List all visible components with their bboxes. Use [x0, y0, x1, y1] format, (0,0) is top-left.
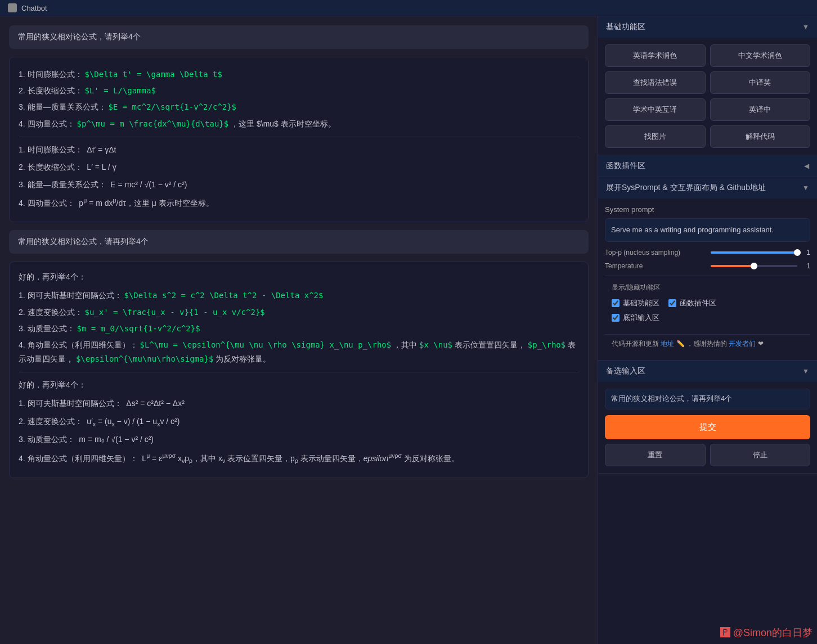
app-icon — [8, 3, 17, 12]
sysprompt-body: System prompt Serve me as a writing and … — [598, 199, 817, 360]
checkbox-basic[interactable]: 基础功能区 — [612, 298, 659, 308]
checkbox-row: 基础功能区 函数插件区 — [612, 298, 803, 308]
basic-functions-header[interactable]: 基础功能区 ▼ — [598, 16, 817, 38]
rendered-item-2-2: 2. 速度变换公式： u′x = (ux − v) / (1 − uxv / c… — [19, 415, 579, 430]
btn-en-to-zh[interactable]: 英译中 — [710, 98, 811, 121]
plugin-functions-arrow: ◀ — [804, 162, 809, 170]
backup-input[interactable] — [605, 389, 810, 409]
right-sidebar: 基础功能区 ▼ 英语学术润色 中文学术润色 查找语法错误 中译英 学术中英互译 … — [598, 16, 817, 644]
sysprompt-section: 展开SysPrompt & 交互界面布局 & Github地址 ▼ System… — [598, 177, 817, 361]
user-message-1: 常用的狭义相对论公式，请列举4个 — [9, 25, 589, 49]
sysprompt-header[interactable]: 展开SysPrompt & 交互界面布局 & Github地址 ▼ — [598, 177, 817, 199]
top-p-thumb — [794, 249, 801, 256]
backup-header[interactable]: 备选输入区 ▼ — [598, 361, 817, 382]
rendered-item-1-3: 3. 能量—质量关系公式： E = mc² / √(1 − v² / c²) — [19, 178, 579, 192]
sysprompt-arrow: ▼ — [802, 184, 809, 192]
system-prompt-value: Serve me as a writing and programming as… — [605, 218, 810, 242]
backup-section: 备选输入区 ▼ 提交 重置 停止 — [598, 361, 817, 474]
backup-body: 提交 重置 停止 — [598, 382, 817, 473]
temperature-thumb — [751, 263, 757, 269]
backup-arrow: ▼ — [802, 367, 809, 375]
top-p-label: Top-p (nucleus sampling) — [605, 249, 706, 256]
opensource-link[interactable]: 地址 — [661, 340, 674, 348]
chat-panel: 常用的狭义相对论公式，请列举4个 1. 时间膨胀公式： $\Delta t' =… — [0, 16, 598, 644]
devs-link[interactable]: 开发者们 — [729, 340, 756, 348]
formula-item-1-2: 2. 长度收缩公式： $L' = L/\gamma$ — [19, 84, 579, 98]
top-p-row: Top-p (nucleus sampling) 1 — [605, 249, 810, 256]
temperature-label: Temperature — [605, 262, 706, 270]
formula-item-1-3: 3. 能量—质量关系公式： $E = mc^2/\sqrt{1-v^2/c^2}… — [19, 100, 579, 114]
app-title: Chatbot — [21, 4, 47, 12]
bot-message-2: 好的，再列举4个： 1. 闵可夫斯基时空间隔公式： $\Delta s^2 = … — [9, 262, 589, 478]
submit-button[interactable]: 提交 — [605, 415, 810, 439]
opensource-row: 代码开源和更新 地址 ✏️ ，感谢热情的 开发者们 ❤ — [605, 334, 810, 353]
rendered-item-1-2: 2. 长度收缩公式： L′ = L / γ — [19, 160, 579, 174]
top-p-fill — [711, 251, 797, 254]
temperature-slider[interactable] — [711, 265, 797, 267]
user-message-2: 常用的狭义相对论公式，请再列举4个 — [9, 230, 589, 254]
top-p-slider[interactable] — [711, 251, 797, 254]
top-p-value: 1 — [806, 249, 810, 256]
temperature-row: Temperature 1 — [605, 262, 810, 270]
reset-button[interactable]: 重置 — [605, 444, 706, 466]
btn-english-polish[interactable]: 英语学术润色 — [605, 44, 706, 67]
basic-functions-section: 基础功能区 ▼ 英语学术润色 中文学术润色 查找语法错误 中译英 学术中英互译 … — [598, 16, 817, 155]
checkbox-input[interactable]: 底部输入区 — [612, 313, 659, 323]
plugin-functions-section: 函数插件区 ◀ — [598, 155, 817, 177]
btn-chinese-polish[interactable]: 中文学术润色 — [710, 44, 811, 67]
formula-item-2-4: 4. 角动量公式（利用四维矢量）： $L^\mu = \epsilon^{\mu… — [19, 338, 579, 366]
rendered-item-1-4: 4. 四动量公式： pμ = m dxμ/dτ，这里 μ 表示时空坐标。 — [19, 195, 579, 210]
btn-grammar-check[interactable]: 查找语法错误 — [605, 71, 706, 94]
basic-functions-grid: 英语学术润色 中文学术润色 查找语法错误 中译英 学术中英互译 英译中 找图片 … — [605, 44, 810, 148]
bot-message-1: 1. 时间膨胀公式： $\Delta t' = \gamma \Delta t$… — [9, 57, 589, 222]
stop-button[interactable]: 停止 — [710, 444, 811, 466]
formula-item-1-1: 1. 时间膨胀公式： $\Delta t' = \gamma \Delta t$ — [19, 67, 579, 82]
main-layout: 常用的狭义相对论公式，请列举4个 1. 时间膨胀公式： $\Delta t' =… — [0, 16, 817, 644]
visibility-section: 显示/隐藏功能区 基础功能区 函数插件区 — [605, 276, 810, 334]
temperature-value: 1 — [806, 262, 810, 270]
rendered-item-2-4: 4. 角动量公式（利用四维矢量）： Lμ = εμνρσ xνpρ，其中 xν … — [19, 451, 579, 466]
checkbox-plugin[interactable]: 函数插件区 — [668, 298, 716, 308]
btn-academic-translate[interactable]: 学术中英互译 — [605, 98, 706, 121]
formula-item-2-3: 3. 动质量公式： $m = m_0/\sqrt{1-v^2/c^2}$ — [19, 322, 579, 336]
checkbox-row-2: 底部输入区 — [612, 313, 803, 323]
btn-zh-to-en[interactable]: 中译英 — [710, 71, 811, 94]
basic-functions-body: 英语学术润色 中文学术润色 查找语法错误 中译英 学术中英互译 英译中 找图片 … — [598, 38, 817, 155]
plugin-functions-header[interactable]: 函数插件区 ◀ — [598, 155, 817, 177]
action-row: 重置 停止 — [605, 444, 810, 466]
rendered-item-1-1: 1. 时间膨胀公式： Δt′ = γΔt — [19, 143, 579, 157]
visibility-label: 显示/隐藏功能区 — [612, 283, 803, 292]
rendered-item-2-1: 1. 闵可夫斯基时空间隔公式： Δs² = c²Δt² − Δx² — [19, 397, 579, 411]
system-prompt-label: System prompt — [605, 205, 810, 214]
rendered-item-2-3: 3. 动质量公式： m = m₀ / √(1 − v² / c²) — [19, 433, 579, 447]
temperature-fill — [711, 265, 754, 267]
btn-explain-code[interactable]: 解释代码 — [710, 125, 811, 148]
formula-item-2-1: 1. 闵可夫斯基时空间隔公式： $\Delta s^2 = c^2 \Delta… — [19, 289, 579, 303]
formula-item-1-4: 4. 四动量公式： $p^\mu = m \frac{dx^\mu}{d\tau… — [19, 117, 579, 131]
basic-functions-arrow: ▼ — [802, 23, 809, 31]
formula-item-2-2: 2. 速度变换公式： $u_x' = \frac{u_x - v}{1 - u_… — [19, 305, 579, 319]
app-header: Chatbot — [0, 0, 817, 16]
btn-find-image[interactable]: 找图片 — [605, 125, 706, 148]
